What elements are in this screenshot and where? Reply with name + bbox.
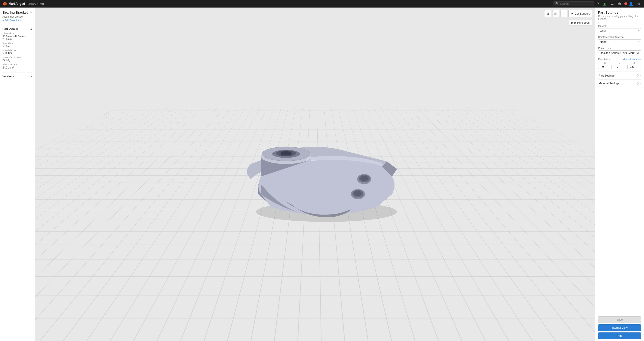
reinforcement-select-wrapper: None bbox=[598, 39, 641, 44]
svg-point-10 bbox=[281, 151, 292, 155]
dimensions-label: Dimensions bbox=[3, 32, 33, 35]
view-cube-button[interactable]: ⊡ bbox=[544, 10, 551, 17]
support-icon: ★ bbox=[571, 12, 574, 15]
orientation-section: Orientation Manual Rotation X Y Z bbox=[598, 58, 641, 69]
orientation-z-group: Z bbox=[627, 62, 641, 69]
user-status: 👤 bbox=[624, 1, 634, 6]
part-details-title: Part Details bbox=[3, 27, 18, 30]
settings-icon[interactable]: ⚙ bbox=[636, 1, 641, 6]
dimensions-value: 93.0mm × 44.0mm × 20.0mm bbox=[3, 35, 33, 41]
material-settings-info-icon[interactable]: i bbox=[637, 82, 640, 85]
internal-view-button[interactable]: Internal View bbox=[598, 324, 641, 331]
material-settings-section: Material Settings i bbox=[598, 79, 641, 87]
add-description-link[interactable]: + Add Description bbox=[3, 19, 33, 22]
help-icon[interactable]: ? bbox=[596, 1, 600, 6]
material-settings-title: Material Settings bbox=[599, 82, 619, 85]
reinforcement-select[interactable]: None bbox=[598, 39, 641, 44]
right-panel-body: Material Onyx Reinforcement Material Non… bbox=[595, 22, 644, 314]
logo-text: Markforged bbox=[9, 2, 25, 6]
orientation-label: Orientation bbox=[598, 58, 610, 61]
part-details-chevron: ▲ bbox=[30, 27, 33, 30]
material-select[interactable]: Onyx bbox=[598, 28, 641, 33]
print-button[interactable]: Print bbox=[598, 332, 641, 339]
right-panel: Part Settings Review and modify your set… bbox=[595, 8, 644, 341]
breadcrumb: Library / Part bbox=[27, 2, 44, 5]
print-time-label: Print Time bbox=[3, 42, 33, 45]
printer-type-select-wrapper: Desktop Series (Onyx, Mark Two) bbox=[598, 50, 641, 55]
versions-chevron: ▼ bbox=[30, 75, 33, 78]
print-time-value: 5h 8m bbox=[3, 45, 33, 48]
reinforcement-label: Reinforcement Material bbox=[598, 36, 641, 39]
breadcrumb-part[interactable]: Part bbox=[39, 2, 44, 5]
material-cost-value: 5.72 USD bbox=[3, 52, 33, 55]
print-jobs-button[interactable]: ▶ ▶ Print Jobs bbox=[569, 20, 592, 25]
material-select-wrapper: Onyx bbox=[598, 28, 641, 33]
material-settings-header[interactable]: Material Settings i bbox=[598, 82, 641, 85]
plastic-volume-value: 24.21 cm3 bbox=[3, 66, 33, 69]
camera-icon: ◫ bbox=[554, 12, 557, 15]
search-icon: 🔍 bbox=[555, 2, 559, 5]
part-title: Bearing Bracket bbox=[3, 11, 28, 14]
top-navigation: Markforged Library / Part 🔍 ? ▣ ☁ 🗑 👤 ⚙ bbox=[0, 0, 644, 8]
versions-section-header[interactable]: Versions ▼ bbox=[3, 73, 33, 78]
save-button: Save bbox=[598, 316, 641, 323]
versions-title: Versions bbox=[3, 75, 14, 78]
search-input[interactable] bbox=[560, 2, 592, 5]
part-details-body: Dimensions 93.0mm × 44.0mm × 20.0mm Prin… bbox=[3, 32, 33, 69]
part-settings-section: Part Settings i bbox=[598, 72, 641, 79]
manual-rotation-link[interactable]: Manual Rotation bbox=[623, 58, 641, 61]
orientation-z-input[interactable] bbox=[627, 65, 641, 69]
material-cost-label: Material Cost bbox=[3, 49, 33, 52]
left-panel: Bearing Bracket ✎ Alexander Crease + Add… bbox=[0, 8, 35, 341]
orientation-x-group: X bbox=[598, 62, 612, 69]
viewport-controls: ⊡ ◫ ↓ ★ Get Support bbox=[544, 10, 592, 17]
part-settings-info-icon[interactable]: i bbox=[637, 74, 640, 77]
view-cube-icon: ⊡ bbox=[546, 12, 549, 15]
download-button[interactable]: ↓ bbox=[560, 10, 567, 17]
logo: Markforged bbox=[3, 2, 25, 6]
right-panel-subtitle: Review and modify your settings for prin… bbox=[598, 15, 641, 20]
x-axis-label: X bbox=[604, 62, 606, 64]
main-content: Bearing Bracket ✎ Alexander Crease + Add… bbox=[0, 8, 644, 341]
right-panel-footer: Save Internal View Print bbox=[595, 314, 644, 341]
user-icon[interactable]: 👤 bbox=[628, 1, 634, 6]
nav-right: 🔍 ? ▣ ☁ 🗑 👤 ⚙ bbox=[554, 1, 641, 6]
cloud-icon[interactable]: ☁ bbox=[609, 1, 615, 6]
plastic-volume-label: Plastic Volume bbox=[3, 63, 33, 66]
mass-label: Mass of Final Part bbox=[3, 56, 33, 59]
material-label: Material bbox=[598, 25, 641, 27]
orientation-inputs: X Y Z bbox=[598, 62, 641, 69]
printer-type-field: Printer Type Desktop Series (Onyx, Mark … bbox=[598, 47, 641, 55]
orientation-x-input[interactable] bbox=[598, 65, 612, 69]
y-axis-label: Y bbox=[619, 62, 620, 64]
author-name: Alexander Crease bbox=[3, 15, 33, 18]
reinforcement-field: Reinforcement Material None bbox=[598, 36, 641, 44]
status-dot-red bbox=[624, 2, 627, 5]
part-details-section-header[interactable]: Part Details ▲ bbox=[3, 25, 33, 30]
material-field: Material Onyx bbox=[598, 25, 641, 33]
printer-type-select[interactable]: Desktop Series (Onyx, Mark Two) bbox=[598, 50, 641, 55]
print-status-icon[interactable]: ▣ bbox=[602, 1, 607, 6]
part-title-row: Bearing Bracket ✎ bbox=[3, 11, 33, 14]
get-support-button[interactable]: ★ Get Support bbox=[568, 10, 592, 17]
part-settings-header[interactable]: Part Settings i bbox=[598, 74, 641, 77]
part-settings-title: Part Settings bbox=[599, 74, 615, 77]
svg-point-13 bbox=[360, 176, 368, 181]
delete-icon[interactable]: 🗑 bbox=[617, 1, 622, 6]
z-axis-label: Z bbox=[633, 62, 635, 64]
edit-icon[interactable]: ✎ bbox=[30, 11, 33, 14]
print-jobs-icon: ▶ bbox=[571, 21, 573, 24]
3d-viewport: ⊡ ◫ ↓ ★ Get Support ▶ ▶ Print Jobs bbox=[35, 8, 595, 341]
3d-part-model bbox=[221, 88, 410, 227]
breadcrumb-library[interactable]: Library bbox=[27, 2, 36, 5]
svg-point-16 bbox=[354, 191, 362, 196]
orientation-y-input[interactable] bbox=[613, 65, 626, 69]
download-icon: ↓ bbox=[563, 12, 565, 15]
mass-value: 24.76g bbox=[3, 59, 33, 62]
camera-button[interactable]: ◫ bbox=[552, 10, 559, 17]
orientation-label-row: Orientation Manual Rotation bbox=[598, 58, 641, 61]
right-panel-header: Part Settings Review and modify your set… bbox=[595, 8, 644, 22]
search-box[interactable]: 🔍 bbox=[554, 1, 594, 6]
orientation-y-group: Y bbox=[613, 62, 626, 69]
right-panel-title: Part Settings bbox=[598, 11, 641, 14]
